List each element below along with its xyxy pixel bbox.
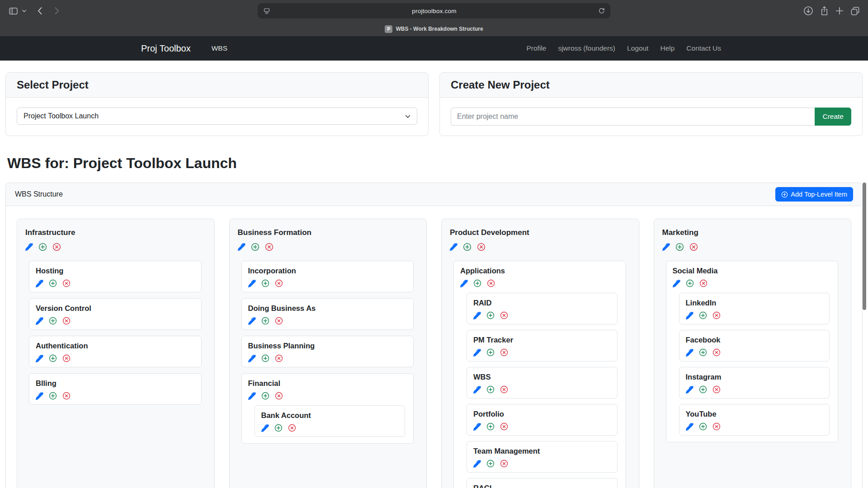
share-icon[interactable]	[820, 6, 829, 16]
delete-item-button[interactable]	[712, 422, 721, 431]
add-child-button[interactable]	[261, 392, 269, 400]
delete-item-button[interactable]	[288, 424, 296, 432]
download-icon[interactable]	[803, 6, 813, 16]
edit-item-button[interactable]	[686, 349, 693, 357]
edit-item-button[interactable]	[248, 355, 256, 362]
add-child-button[interactable]	[261, 279, 269, 287]
nav-link-wbs[interactable]: WBS	[212, 44, 227, 52]
project-select[interactable]: Project Toolbox Launch	[17, 108, 417, 125]
delete-item-button[interactable]	[500, 348, 508, 357]
delete-item-button[interactable]	[62, 354, 71, 362]
add-child-button[interactable]	[38, 243, 47, 251]
edit-item-button[interactable]	[686, 423, 693, 431]
edit-item-button[interactable]	[36, 317, 43, 325]
edit-item-button[interactable]	[261, 424, 269, 432]
add-child-button[interactable]	[251, 243, 259, 251]
add-child-button[interactable]	[486, 311, 495, 319]
tabs-overview-icon[interactable]	[850, 6, 860, 16]
nav-link-help[interactable]: Help	[654, 44, 680, 52]
add-child-button[interactable]	[261, 354, 269, 362]
brand[interactable]: Proj Toolbox	[141, 43, 191, 54]
delete-item-button[interactable]	[500, 311, 508, 319]
add-child-button[interactable]	[473, 279, 481, 287]
delete-item-button[interactable]	[62, 317, 71, 325]
edit-item-button[interactable]	[686, 312, 693, 319]
delete-item-button[interactable]	[500, 422, 508, 431]
nav-link-contact[interactable]: Contact Us	[680, 44, 727, 52]
delete-item-button[interactable]	[712, 385, 721, 394]
add-child-button[interactable]	[261, 317, 269, 325]
edit-item-button[interactable]	[36, 280, 43, 287]
add-child-button[interactable]	[686, 279, 694, 287]
edit-item-button[interactable]	[248, 280, 256, 287]
edit-item-button[interactable]	[473, 460, 481, 468]
new-tab-icon[interactable]	[835, 7, 844, 15]
edit-item-button[interactable]	[460, 280, 468, 287]
add-child-button[interactable]	[49, 317, 57, 325]
add-child-button[interactable]	[463, 243, 472, 251]
x-circle-icon	[689, 243, 698, 251]
add-child-button[interactable]	[675, 243, 684, 251]
tab-bar[interactable]: P WBS - Work Breakdown Structure	[0, 22, 868, 36]
project-name-input[interactable]	[451, 108, 815, 126]
delete-item-button[interactable]	[62, 392, 71, 400]
delete-item-button[interactable]	[275, 279, 283, 287]
edit-item-button[interactable]	[238, 243, 245, 251]
edit-item-button[interactable]	[25, 243, 33, 251]
delete-item-button[interactable]	[689, 243, 698, 251]
add-child-button[interactable]	[49, 354, 57, 362]
edit-item-button[interactable]	[473, 349, 481, 357]
delete-item-button[interactable]	[275, 392, 283, 400]
edit-item-button[interactable]	[248, 392, 256, 400]
delete-item-button[interactable]	[265, 243, 274, 251]
edit-item-button[interactable]	[473, 423, 481, 431]
edit-item-button[interactable]	[36, 392, 43, 400]
sidebar-icon[interactable]	[9, 7, 18, 15]
nav-link-profile[interactable]: Profile	[520, 44, 552, 52]
edit-item-button[interactable]	[473, 386, 481, 394]
create-button[interactable]: Create	[815, 108, 851, 126]
chevron-down-icon[interactable]	[22, 9, 26, 13]
delete-item-button[interactable]	[487, 279, 495, 287]
delete-item-button[interactable]	[477, 243, 486, 251]
delete-item-button[interactable]	[699, 279, 708, 287]
add-top-level-item-button[interactable]: Add Top-Level Item	[775, 187, 853, 202]
wbs-node-title: Financial	[248, 378, 407, 388]
address-bar[interactable]: projtoolbox.com	[258, 3, 610, 19]
add-child-button[interactable]	[49, 279, 57, 287]
reload-icon[interactable]	[598, 8, 605, 14]
add-child-button[interactable]	[486, 460, 495, 468]
delete-item-button[interactable]	[62, 279, 71, 287]
scrollbar-thumb[interactable]	[863, 183, 866, 310]
delete-item-button[interactable]	[500, 460, 508, 468]
nav-link-user[interactable]: sjwross (founders)	[552, 44, 621, 52]
edit-item-button[interactable]	[473, 312, 481, 319]
pencil-icon	[473, 423, 481, 431]
delete-item-button[interactable]	[500, 385, 508, 394]
nav-link-logout[interactable]: Logout	[621, 44, 654, 52]
add-child-button[interactable]	[699, 348, 707, 357]
add-child-button[interactable]	[274, 424, 283, 432]
add-child-button[interactable]	[699, 385, 707, 394]
edit-item-button[interactable]	[686, 386, 693, 394]
plus-circle-icon	[49, 317, 57, 325]
edit-item-button[interactable]	[662, 243, 670, 251]
site-settings-icon[interactable]	[263, 7, 270, 14]
delete-item-button[interactable]	[52, 243, 61, 251]
delete-item-button[interactable]	[275, 354, 283, 362]
edit-item-button[interactable]	[248, 317, 256, 325]
delete-item-button[interactable]	[275, 317, 283, 325]
delete-item-button[interactable]	[712, 348, 721, 357]
edit-item-button[interactable]	[450, 243, 458, 251]
edit-item-button[interactable]	[36, 355, 43, 362]
add-child-button[interactable]	[699, 422, 707, 431]
add-child-button[interactable]	[49, 392, 57, 400]
add-child-button[interactable]	[486, 348, 495, 357]
forward-icon[interactable]	[54, 7, 60, 15]
delete-item-button[interactable]	[712, 311, 721, 319]
add-child-button[interactable]	[486, 422, 495, 431]
back-icon[interactable]	[37, 7, 42, 15]
edit-item-button[interactable]	[673, 280, 680, 287]
add-child-button[interactable]	[486, 385, 495, 394]
add-child-button[interactable]	[699, 311, 707, 319]
